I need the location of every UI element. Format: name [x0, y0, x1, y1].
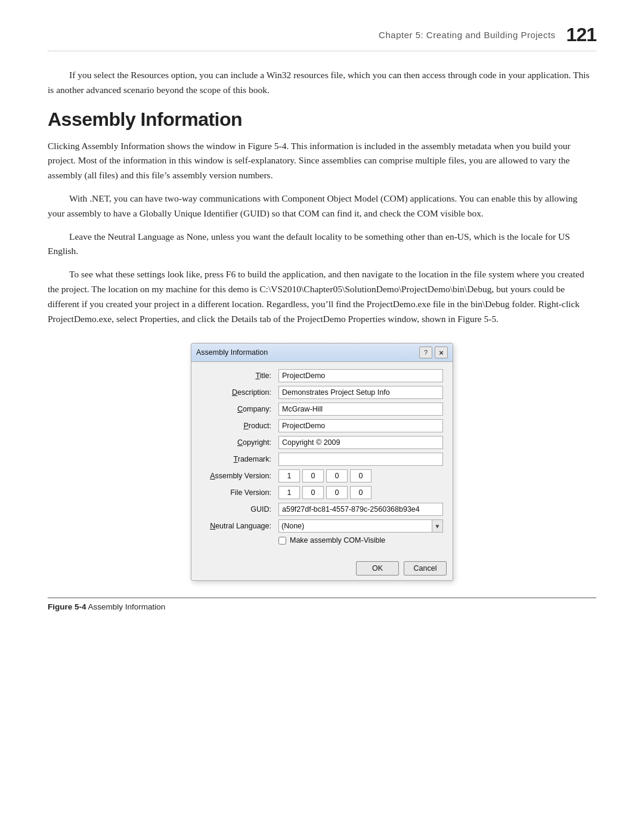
com-visible-checkbox[interactable] — [278, 537, 286, 544]
assembly-version-inputs — [278, 469, 371, 482]
dialog-neutral-language-row: Neutral Language: (None) ▼ — [201, 519, 443, 533]
file-version-minor[interactable] — [302, 486, 324, 499]
page: Chapter 5: Creating and Building Project… — [0, 0, 644, 823]
dialog-controls: ? × — [419, 346, 448, 358]
dialog-company-input[interactable] — [278, 403, 443, 416]
dialog-footer: OK Cancel — [191, 559, 453, 580]
chapter-title: Chapter 5: Creating and Building Project… — [379, 30, 556, 40]
dialog-close-button[interactable]: × — [435, 346, 448, 358]
section-heading: Assembly Information — [48, 109, 596, 131]
dialog-description-label: Description: — [201, 388, 278, 397]
assembly-version-revision[interactable] — [350, 469, 371, 482]
dialog-neutral-label: Neutral Language: — [201, 522, 278, 530]
dialog-copyright-input[interactable] — [278, 436, 443, 449]
dialog-company-row: Company: — [201, 403, 443, 416]
dialog-ok-button[interactable]: OK — [356, 561, 399, 576]
page-number: 121 — [566, 24, 596, 46]
dialog-title-row: Title: — [201, 369, 443, 382]
body-paragraph-4: To see what these settings look like, pr… — [48, 267, 596, 326]
assembly-version-minor[interactable] — [302, 469, 324, 482]
dialog-copyright-label: Copyright: — [201, 438, 278, 447]
dialog-trademark-row: Trademark: — [201, 453, 443, 466]
figure-caption-text: Assembly Information — [86, 602, 166, 611]
dialog-product-input[interactable] — [278, 419, 443, 432]
dialog-guid-label: GUID: — [201, 505, 278, 513]
dialog-guid-input[interactable] — [278, 503, 443, 516]
dialog-assembly-version-row: Assembly Version: — [201, 469, 443, 482]
dialog-titlebar: Assembly Information ? × — [191, 344, 453, 362]
dialog-company-label: Company: — [201, 405, 278, 413]
neutral-language-select[interactable]: (None) — [278, 519, 432, 533]
dialog-title: Assembly Information — [196, 348, 268, 357]
file-version-build[interactable] — [326, 486, 348, 499]
dialog-help-button[interactable]: ? — [419, 346, 432, 358]
intro-paragraph: If you select the Resources option, you … — [48, 68, 596, 98]
dialog-trademark-input[interactable] — [278, 453, 443, 466]
assembly-info-dialog: Assembly Information ? × Title: Descript… — [191, 343, 453, 581]
dialog-wrapper: Assembly Information ? × Title: Descript… — [48, 343, 596, 581]
dialog-assembly-version-label: Assembly Version: — [201, 472, 278, 480]
dialog-product-label: Product: — [201, 422, 278, 430]
dialog-file-version-label: File Version: — [201, 488, 278, 497]
file-version-inputs — [278, 486, 371, 499]
dialog-trademark-label: Trademark: — [201, 455, 278, 463]
dialog-file-version-row: File Version: — [201, 486, 443, 499]
body-paragraph-3: Leave the Neutral Language as None, unle… — [48, 230, 596, 259]
dialog-cancel-button[interactable]: Cancel — [404, 561, 447, 576]
body-paragraph-1: Clicking Assembly Information shows the … — [48, 139, 596, 183]
dialog-description-input[interactable] — [278, 386, 443, 399]
body-paragraph-2: With .NET, you can have two-way communic… — [48, 191, 596, 221]
dialog-title-input[interactable] — [278, 369, 443, 382]
com-visible-label: Make assembly COM-Visible — [290, 536, 385, 544]
assembly-version-build[interactable] — [326, 469, 348, 482]
figure-caption-bold: Figure 5-4 — [48, 602, 86, 611]
page-header: Chapter 5: Creating and Building Project… — [48, 24, 596, 51]
dialog-com-row: Make assembly COM-Visible — [278, 536, 443, 544]
dialog-description-row: Description: — [201, 386, 443, 399]
assembly-version-major[interactable] — [278, 469, 300, 482]
select-arrow-icon: ▼ — [432, 519, 443, 533]
dialog-copyright-row: Copyright: — [201, 436, 443, 449]
file-version-major[interactable] — [278, 486, 300, 499]
file-version-revision[interactable] — [350, 486, 371, 499]
dialog-guid-row: GUID: — [201, 503, 443, 516]
dialog-body: Title: Description: Company: Product: — [191, 362, 453, 559]
dialog-product-row: Product: — [201, 419, 443, 432]
dialog-title-label: Title: — [201, 372, 278, 380]
figure-caption: Figure 5-4 Assembly Information — [48, 598, 596, 611]
neutral-select-wrapper: (None) ▼ — [278, 519, 443, 533]
